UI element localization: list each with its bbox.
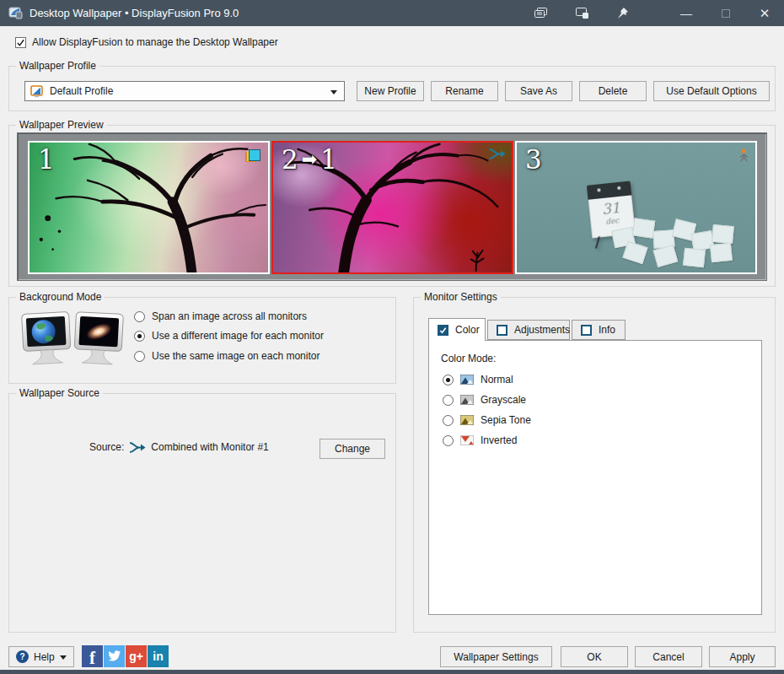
googleplus-icon[interactable]: g+	[126, 645, 147, 667]
wallpaper-settings-button[interactable]: Wallpaper Settings	[440, 646, 552, 667]
background-mode-group: Background Mode	[8, 297, 396, 384]
monitor-2-number: 2➡1	[282, 144, 337, 175]
minimize-button[interactable]: —	[671, 0, 701, 26]
tab-color-checkbox[interactable]	[438, 325, 448, 336]
wallpaper-preview-group: Wallpaper Preview	[8, 125, 776, 287]
preview-panel: 1	[17, 132, 767, 281]
wallpaper-source-group: Wallpaper Source Source: Combined with M…	[8, 393, 396, 633]
mode-label: Sepia Tone	[481, 414, 531, 426]
help-icon: ?	[16, 650, 29, 663]
manage-wallpaper-checkbox[interactable]	[15, 37, 26, 48]
profile-selected-value: Default Profile	[50, 85, 113, 97]
googleplus-glyph: g+	[129, 650, 143, 663]
help-label: Help	[34, 651, 55, 663]
monitor-3-number: 3	[525, 144, 542, 175]
close-button[interactable]: ✕	[747, 0, 782, 26]
monitor-config-icon[interactable]	[567, 0, 597, 26]
apply-button[interactable]: Apply	[709, 646, 776, 667]
inverted-image-icon	[460, 435, 474, 445]
tab-info-checkbox[interactable]	[581, 325, 592, 336]
tab-adjustments-checkbox[interactable]	[497, 325, 507, 336]
tab-info-label: Info	[599, 324, 615, 336]
chevron-down-icon	[330, 90, 337, 94]
source-row: Source: Combined with Monitor #1	[89, 441, 269, 453]
radio-different-image[interactable]: Use a different image for each monitor	[134, 329, 324, 342]
linkedin-glyph: in	[153, 650, 163, 663]
ok-button[interactable]: OK	[561, 646, 628, 667]
monitors-illustration	[19, 310, 127, 374]
radio-label: Use a different image for each monitor	[152, 330, 324, 342]
radio-circle	[443, 435, 454, 446]
monitor-1-number: 1	[38, 144, 55, 175]
radio-circle	[443, 415, 454, 426]
radio-circle	[134, 311, 145, 322]
facebook-glyph: f	[89, 650, 95, 667]
monitor-2-preview[interactable]: 2➡1	[271, 141, 513, 274]
radio-label: Span an image across all monitors	[152, 310, 307, 322]
color-mode-inverted[interactable]: Inverted	[443, 433, 517, 448]
tab-info[interactable]: Info	[572, 320, 626, 340]
window-title: Desktop Wallpaper • DisplayFusion Pro 9.…	[30, 0, 239, 26]
tab-color[interactable]: Color	[428, 318, 486, 341]
monitor-settings-group-label: Monitor Settings	[421, 291, 501, 303]
mode-label: Grayscale	[481, 394, 526, 406]
wallpaper-source-group-label: Wallpaper Source	[16, 387, 103, 399]
color-mode-label: Color Mode:	[441, 353, 496, 364]
save-as-button[interactable]: Save As	[505, 81, 572, 101]
color-mode-grayscale[interactable]: Grayscale	[443, 392, 526, 407]
manage-wallpaper-label: Allow DisplayFusion to manage the Deskto…	[32, 36, 278, 48]
help-button[interactable]: ? Help	[8, 646, 74, 667]
use-default-options-button[interactable]: Use Default Options	[653, 81, 770, 101]
radio-circle-selected	[134, 331, 145, 342]
layered-image-icon	[245, 149, 261, 164]
radio-same-image[interactable]: Use the same image on each monitor	[134, 349, 320, 363]
normal-image-icon	[460, 375, 474, 385]
profile-select[interactable]: Default Profile	[24, 81, 345, 101]
titlebar: Desktop Wallpaper • DisplayFusion Pro 9.…	[0, 0, 784, 26]
background-mode-group-label: Background Mode	[16, 291, 105, 303]
tab-adjustments-label: Adjustments	[514, 324, 570, 336]
wallpaper-preview-group-label: Wallpaper Preview	[16, 119, 107, 131]
wallpaper-profile-group-label: Wallpaper Profile	[16, 60, 99, 72]
check-icon	[439, 326, 447, 334]
maximize-button[interactable]	[711, 0, 741, 26]
radio-label: Use the same image on each monitor	[152, 350, 320, 362]
color-mode-normal[interactable]: Normal	[443, 372, 513, 387]
source-value: Combined with Monitor #1	[151, 441, 268, 453]
sepia-image-icon	[460, 415, 474, 425]
rename-button[interactable]: Rename	[431, 81, 498, 101]
person-icon	[738, 148, 749, 162]
copy-settings-icon[interactable]	[525, 0, 556, 26]
desktop-wallpaper-dialog: Desktop Wallpaper • DisplayFusion Pro 9.…	[0, 0, 784, 674]
color-mode-sepia[interactable]: Sepia Tone	[443, 412, 531, 428]
source-label: Source:	[89, 441, 124, 453]
twitter-bird	[107, 650, 121, 662]
radio-span-image[interactable]: Span an image across all monitors	[134, 310, 307, 323]
monitor-settings-group: Monitor Settings Color Adjustments Info …	[413, 297, 776, 633]
linkedin-icon[interactable]: in	[148, 645, 169, 667]
cancel-button[interactable]: Cancel	[635, 646, 702, 667]
arrow-right-icon: ➡	[302, 148, 317, 170]
tab-color-label: Color	[455, 324, 480, 336]
color-tab-panel: Color Mode: Normal Grayscale	[428, 340, 762, 615]
new-profile-button[interactable]: New Profile	[357, 81, 424, 101]
twitter-icon[interactable]	[104, 645, 125, 667]
monitor-1-preview[interactable]: 1	[28, 141, 270, 274]
grayscale-image-icon	[460, 395, 474, 405]
delete-button[interactable]: Delete	[579, 81, 647, 101]
radio-circle-selected	[443, 375, 454, 386]
mode-label: Inverted	[481, 434, 517, 446]
wallpaper-profile-group: Wallpaper Profile Default Profile New Pr…	[8, 66, 776, 111]
app-icon	[8, 6, 23, 20]
chevron-down-icon	[60, 655, 67, 660]
profile-icon	[30, 85, 44, 98]
pin-icon[interactable]	[607, 0, 637, 26]
change-source-button[interactable]: Change	[320, 439, 385, 459]
radio-circle	[134, 351, 145, 362]
window-bottom-border	[0, 670, 784, 674]
tab-adjustments[interactable]: Adjustments	[487, 320, 570, 340]
facebook-icon[interactable]: f	[82, 645, 103, 667]
manage-wallpaper-checkbox-row[interactable]: Allow DisplayFusion to manage the Deskto…	[15, 36, 278, 48]
monitor-3-preview[interactable]: 31 dec 3	[515, 141, 757, 274]
check-icon	[16, 38, 25, 47]
